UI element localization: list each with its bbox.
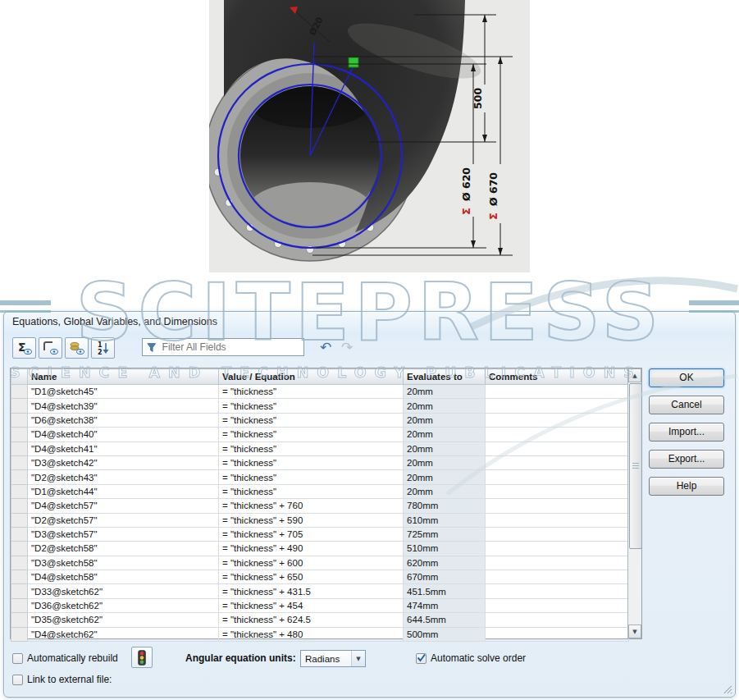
row-evaluates-cell: 20mm bbox=[404, 484, 486, 498]
row-name-cell: "D1@sketch45" bbox=[28, 385, 219, 399]
scrollbar-thumb[interactable] bbox=[629, 383, 642, 549]
row-name-cell: "D3@sketch58" bbox=[28, 556, 219, 570]
row-gutter[interactable] bbox=[11, 584, 28, 598]
row-comment-cell bbox=[486, 455, 629, 469]
table-row[interactable]: "D1@sketch45" = "thickness" 20mm bbox=[11, 385, 629, 399]
table-row[interactable]: "D36@sketch62" = "thickness" + 454 474mm bbox=[11, 598, 629, 612]
table-row[interactable]: "D3@sketch58" = "thickness" + 600 620mm bbox=[11, 556, 629, 570]
redo-button[interactable]: ↷ bbox=[339, 339, 355, 355]
row-evaluates-cell: 500mm bbox=[404, 627, 486, 641]
link-external-label: Link to external file: bbox=[27, 674, 112, 685]
row-comment-cell bbox=[486, 613, 629, 627]
ordered-view-button[interactable]: 1 2 bbox=[91, 337, 115, 359]
row-gutter[interactable] bbox=[11, 399, 28, 413]
table-row[interactable]: "D35@sketch62" = "thickness" + 624.5 644… bbox=[11, 613, 629, 627]
svg-text:1: 1 bbox=[98, 341, 103, 349]
table-row[interactable]: "D2@sketch57" = "thickness" + 590 610mm bbox=[11, 513, 629, 527]
header-name[interactable]: Name bbox=[28, 369, 219, 385]
table-row[interactable]: "D1@sketch44" = "thickness" 20mm bbox=[11, 484, 629, 498]
resize-grip[interactable] bbox=[722, 684, 732, 694]
table-row[interactable]: "D4@sketch40" = "thickness" 20mm bbox=[11, 428, 629, 442]
export-button[interactable]: Export... bbox=[649, 450, 724, 469]
import-button[interactable]: Import... bbox=[649, 423, 724, 442]
auto-solve-checkbox[interactable] bbox=[416, 653, 427, 664]
row-gutter[interactable] bbox=[11, 484, 28, 498]
header-evaluates-to[interactable]: Evaluates to bbox=[404, 369, 486, 385]
ok-button[interactable]: OK bbox=[649, 368, 724, 387]
dim-620-label: Ø 620 bbox=[460, 167, 472, 201]
auto-rebuild-checkbox[interactable] bbox=[12, 653, 23, 664]
row-name-cell: "D4@sketch39" bbox=[28, 399, 219, 413]
angular-units-value: Radians bbox=[301, 654, 351, 664]
filter-field[interactable] bbox=[142, 338, 304, 356]
row-equation-cell: = "thickness" + 600 bbox=[219, 556, 404, 570]
row-comment-cell bbox=[486, 484, 629, 498]
equation-view-button[interactable]: Σ bbox=[12, 337, 36, 359]
dim-500-label: 500 bbox=[472, 88, 484, 109]
row-equation-cell: = "thickness" + 431.5 bbox=[219, 584, 404, 598]
row-gutter[interactable] bbox=[11, 413, 28, 427]
sigma-670: Σ bbox=[487, 213, 500, 220]
row-gutter[interactable] bbox=[11, 455, 28, 469]
rebuild-button[interactable] bbox=[131, 647, 153, 668]
row-gutter[interactable] bbox=[11, 513, 28, 527]
scrollbar-down-button[interactable]: ▼ bbox=[628, 625, 641, 638]
feature-view-button[interactable] bbox=[65, 337, 89, 359]
link-external-checkbox[interactable] bbox=[12, 675, 23, 685]
row-name-cell: "D1@sketch44" bbox=[28, 484, 219, 498]
auto-rebuild-label: Automatically rebuild bbox=[27, 652, 118, 664]
row-gutter[interactable] bbox=[11, 598, 28, 612]
green-handle[interactable] bbox=[349, 57, 358, 67]
row-equation-cell: = "thickness" bbox=[219, 399, 404, 413]
table-row[interactable]: "D3@sketch57" = "thickness" + 705 725mm bbox=[11, 527, 629, 541]
filter-input[interactable] bbox=[161, 341, 299, 354]
row-gutter[interactable] bbox=[11, 542, 28, 556]
undo-button[interactable]: ↶ bbox=[317, 339, 334, 355]
dim-670-label: Ø 670 bbox=[487, 172, 500, 206]
table-row[interactable]: "D4@sketch39" = "thickness" 20mm bbox=[11, 399, 629, 413]
table-row[interactable]: "D4@sketch62" = "thickness" + 480 500mm bbox=[11, 627, 629, 641]
row-gutter[interactable] bbox=[11, 428, 28, 442]
funnel-icon bbox=[147, 342, 157, 353]
row-name-cell: "D36@sketch62" bbox=[28, 598, 219, 612]
row-name-cell: "D2@sketch57" bbox=[28, 513, 219, 527]
table-row[interactable]: "D6@sketch38" = "thickness" 20mm bbox=[11, 413, 629, 427]
table-row[interactable]: "D3@sketch42" = "thickness" 20mm bbox=[11, 455, 629, 469]
cad-model-image: Ø20 500 Σ Ø 620 Σ Ø 670 bbox=[209, 0, 530, 272]
table-row[interactable]: "D33@sketch62" = "thickness" + 431.5 451… bbox=[11, 584, 629, 598]
help-button[interactable]: Help bbox=[649, 477, 724, 496]
scroll-down-icon: ▼ bbox=[632, 629, 636, 635]
row-gutter[interactable] bbox=[11, 627, 28, 641]
table-row[interactable]: "D4@sketch41" = "thickness" 20mm bbox=[11, 442, 629, 455]
row-gutter[interactable] bbox=[11, 385, 28, 399]
row-comment-cell bbox=[486, 499, 629, 513]
row-gutter[interactable] bbox=[11, 470, 28, 484]
row-equation-cell: = "thickness" + 705 bbox=[219, 527, 404, 541]
row-evaluates-cell: 670mm bbox=[404, 570, 486, 584]
row-gutter[interactable] bbox=[11, 442, 28, 455]
row-gutter[interactable] bbox=[11, 570, 28, 584]
cancel-button[interactable]: Cancel bbox=[649, 396, 724, 414]
angular-units-select[interactable]: Radians ▼ bbox=[300, 650, 366, 667]
row-gutter[interactable] bbox=[11, 556, 28, 570]
row-comment-cell bbox=[486, 556, 629, 570]
header-comments[interactable]: Comments bbox=[486, 369, 629, 385]
row-gutter[interactable] bbox=[11, 613, 28, 627]
cad-viewport: Ø20 500 Σ Ø 620 Σ Ø 670 bbox=[209, 0, 530, 272]
row-gutter[interactable] bbox=[11, 527, 28, 541]
row-name-cell: "D4@sketch57" bbox=[28, 499, 219, 513]
page: Ø20 500 Σ Ø 620 Σ Ø 670 Equations, Globa… bbox=[0, 0, 739, 700]
table-row[interactable]: "D4@sketch57" = "thickness" + 760 780mm bbox=[11, 499, 629, 513]
row-comment-cell bbox=[486, 442, 629, 455]
row-gutter[interactable] bbox=[11, 499, 28, 513]
table-row[interactable]: "D2@sketch58" = "thickness" + 490 510mm bbox=[11, 542, 629, 556]
table-row[interactable]: "D2@sketch43" = "thickness" 20mm bbox=[11, 470, 629, 484]
scrollbar-up-button[interactable]: ▲ bbox=[628, 368, 641, 382]
table-row[interactable]: "D4@sketch58" = "thickness" + 650 670mm bbox=[11, 570, 629, 584]
dimension-view-button[interactable] bbox=[39, 337, 62, 359]
row-evaluates-cell: 780mm bbox=[404, 499, 486, 513]
table-scrollbar[interactable]: ▲ ▼ bbox=[627, 368, 641, 638]
row-equation-cell: = "thickness" + 624.5 bbox=[219, 613, 404, 627]
dimension-view-icon bbox=[43, 341, 59, 355]
header-value-equation[interactable]: Value / Equation bbox=[219, 369, 404, 385]
